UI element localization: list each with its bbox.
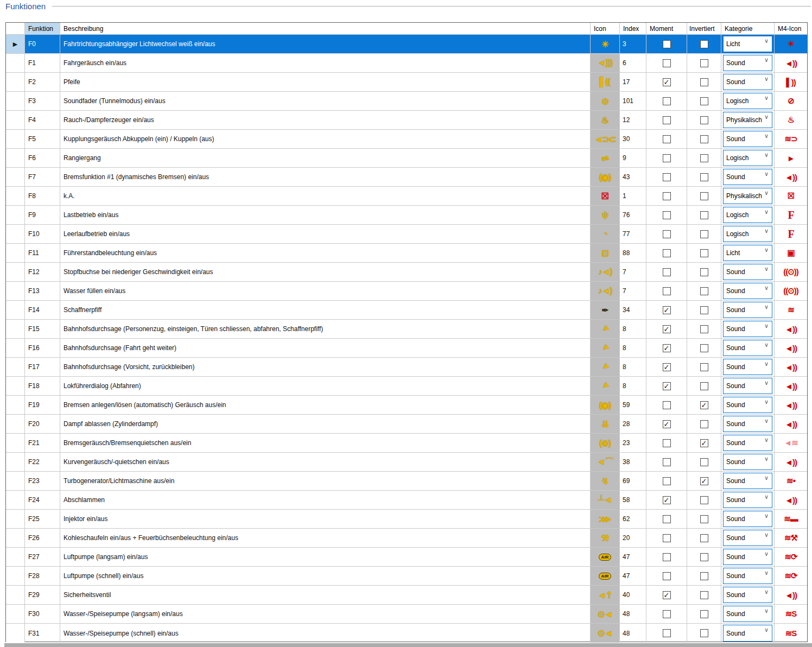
row-selector-cell[interactable] <box>6 377 25 396</box>
beschreibung-cell[interactable]: Bremsgeräusch/Bremsenquietschen aus/ein <box>60 434 591 453</box>
moment-checkbox[interactable] <box>663 287 671 295</box>
funktion-cell[interactable]: F2 <box>25 73 60 92</box>
funktion-cell[interactable]: F11 <box>25 244 60 263</box>
m4-icon-cell[interactable]: ◄)) <box>775 453 807 472</box>
kategorie-dropdown[interactable]: Sound∨ <box>723 283 772 299</box>
table-row[interactable]: F10Leerlaufbetrieb ein/aus◔77Logisch∨F <box>6 225 807 244</box>
table-row[interactable]: F9Lastbetrieb ein/ausψ76Logisch∨F <box>6 206 807 225</box>
moment-checkbox[interactable] <box>663 477 671 485</box>
icon-cell[interactable]: ◄⇡ <box>591 586 620 605</box>
kategorie-dropdown[interactable]: Physikalisch∨ <box>723 188 772 204</box>
index-cell[interactable]: 40 <box>620 586 646 605</box>
header-invertiert[interactable]: Invertiert <box>687 23 721 35</box>
index-cell[interactable]: 7 <box>620 282 646 301</box>
row-selector-cell[interactable] <box>6 149 25 168</box>
row-selector-cell[interactable] <box>6 92 25 111</box>
m4-icon-cell[interactable]: ≋⚒ <box>775 529 807 548</box>
icon-cell[interactable]: ⇌ <box>591 149 620 168</box>
index-cell[interactable]: 47 <box>620 567 646 586</box>
kategorie-dropdown[interactable]: Sound∨ <box>723 473 772 489</box>
invertiert-checkbox[interactable] <box>700 249 708 257</box>
invertiert-checkbox[interactable] <box>700 496 708 504</box>
moment-checkbox[interactable] <box>663 458 671 466</box>
funktion-cell[interactable]: F30 <box>25 605 60 624</box>
beschreibung-cell[interactable]: Bahnhofsdurchsage (Vorsicht, zurückbleib… <box>60 358 591 377</box>
m4-icon-cell[interactable]: ◄)) <box>775 339 807 358</box>
icon-cell[interactable]: ◔ <box>591 225 620 244</box>
beschreibung-cell[interactable]: Rangiergang <box>60 149 591 168</box>
index-cell[interactable]: 8 <box>620 358 646 377</box>
table-row[interactable]: F22Kurvengeräusch/-quietschen ein/aus◄⌒3… <box>6 453 807 472</box>
row-selector-cell[interactable] <box>6 491 25 510</box>
moment-checkbox[interactable]: ✓ <box>663 78 671 86</box>
row-selector-cell[interactable] <box>6 529 25 548</box>
index-cell[interactable]: 59 <box>620 396 646 415</box>
moment-checkbox[interactable]: ✓ <box>663 420 671 428</box>
beschreibung-cell[interactable]: Luftpumpe (langsam) ein/aus <box>60 548 591 567</box>
index-cell[interactable]: 30 <box>620 130 646 149</box>
beschreibung-cell[interactable]: Bremsen anlegen/lösen (automatisch) Gerä… <box>60 396 591 415</box>
row-selector-cell[interactable] <box>6 225 25 244</box>
invertiert-checkbox[interactable] <box>700 306 708 314</box>
invertiert-checkbox[interactable] <box>700 135 708 143</box>
moment-checkbox[interactable] <box>663 173 671 181</box>
m4-icon-cell[interactable]: ≋⟳ <box>775 567 807 586</box>
funktion-cell[interactable]: F22 <box>25 453 60 472</box>
kategorie-dropdown[interactable]: Sound∨ <box>723 606 772 622</box>
table-row[interactable]: F29Sicherheitsventil◄⇡40✓Sound∨◄)) <box>6 586 807 605</box>
table-row[interactable]: F7Bremsfunktion #1 (dynamisches Bremsen)… <box>6 168 807 187</box>
m4-icon-cell[interactable]: ◄)) <box>775 358 807 377</box>
icon-cell[interactable]: ♪◄) <box>591 263 620 282</box>
table-row[interactable]: F11Führerstandbeleuchtung ein/aus⊡88Lich… <box>6 244 807 263</box>
row-selector-cell[interactable] <box>6 624 25 643</box>
icon-cell[interactable]: ♨ <box>591 111 620 130</box>
icon-cell[interactable]: ⋙ <box>591 510 620 529</box>
invertiert-checkbox[interactable] <box>700 173 708 181</box>
beschreibung-cell[interactable]: Injektor ein/aus <box>60 510 591 529</box>
moment-checkbox[interactable] <box>663 572 671 580</box>
beschreibung-cell[interactable]: Luftpumpe (schnell) ein/aus <box>60 567 591 586</box>
moment-checkbox[interactable] <box>663 211 671 219</box>
m4-icon-cell[interactable]: ⊘ <box>775 92 807 111</box>
moment-checkbox[interactable]: ✓ <box>663 591 671 599</box>
icon-cell[interactable]: AIR <box>591 548 620 567</box>
m4-icon-cell[interactable]: ≋S <box>775 624 807 643</box>
kategorie-dropdown[interactable]: Sound∨ <box>723 511 772 527</box>
funktion-cell[interactable]: F23 <box>25 472 60 491</box>
moment-checkbox[interactable] <box>663 154 671 162</box>
row-selector-cell[interactable] <box>6 586 25 605</box>
table-row[interactable]: F27Luftpumpe (langsam) ein/ausAIR47Sound… <box>6 548 807 567</box>
table-row[interactable]: F5Kupplungsgeräusch Abkuppeln (ein) / Ku… <box>6 130 807 149</box>
index-cell[interactable]: 6 <box>620 54 646 73</box>
icon-cell[interactable]: ◄ <box>591 339 620 358</box>
funktion-cell[interactable]: F17 <box>25 358 60 377</box>
row-selector-cell[interactable] <box>6 605 25 624</box>
table-row[interactable]: F17Bahnhofsdurchsage (Vorsicht, zurückbl… <box>6 358 807 377</box>
funktion-cell[interactable]: F25 <box>25 510 60 529</box>
moment-checkbox[interactable] <box>663 401 671 409</box>
invertiert-checkbox[interactable] <box>700 382 708 390</box>
kategorie-dropdown[interactable]: Sound∨ <box>723 568 772 584</box>
kategorie-dropdown[interactable]: Sound∨ <box>723 131 772 147</box>
icon-cell[interactable]: ⊙◄ <box>591 624 620 643</box>
beschreibung-cell[interactable]: Bremsfunktion #1 (dynamisches Bremsen) e… <box>60 168 591 187</box>
invertiert-checkbox[interactable] <box>700 268 708 276</box>
invertiert-checkbox[interactable] <box>700 629 708 637</box>
index-cell[interactable]: 77 <box>620 225 646 244</box>
row-selector-cell[interactable] <box>6 453 25 472</box>
moment-checkbox[interactable]: ✓ <box>663 325 671 333</box>
icon-cell[interactable]: AIR <box>591 567 620 586</box>
funktion-cell[interactable]: F6 <box>25 149 60 168</box>
moment-checkbox[interactable] <box>663 268 671 276</box>
header-icon[interactable]: Icon <box>591 23 620 35</box>
row-selector-cell[interactable] <box>6 130 25 149</box>
table-row[interactable]: F30Wasser-/Speisepumpe (langsam) ein/aus… <box>6 605 807 624</box>
row-selector-cell[interactable] <box>6 111 25 130</box>
index-cell[interactable]: 58 <box>620 491 646 510</box>
kategorie-dropdown[interactable]: Sound∨ <box>723 397 772 413</box>
m4-icon-cell[interactable]: ◄)) <box>775 396 807 415</box>
kategorie-dropdown[interactable]: Sound∨ <box>723 492 772 508</box>
table-row[interactable]: F12Stopfbuchse bei niederiger Geschwindi… <box>6 263 807 282</box>
table-row[interactable]: F31Wasser-/Speisepumpe (schnell) ein/aus… <box>6 624 807 643</box>
table-row[interactable]: F16Bahnhofsdurchsage (Fahrt geht weiter)… <box>6 339 807 358</box>
